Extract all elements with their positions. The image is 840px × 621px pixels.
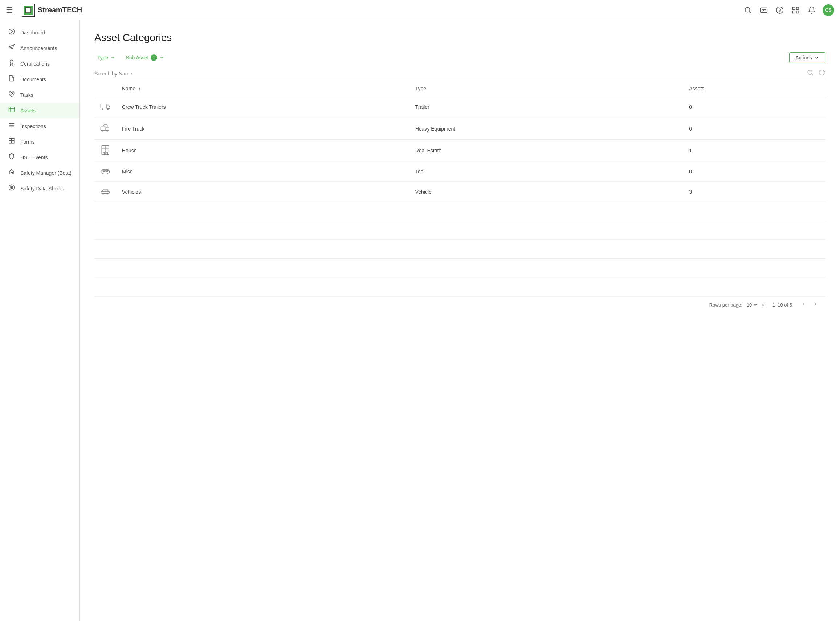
sidebar-item-safety-manager[interactable]: Safety Manager (Beta) — [0, 165, 79, 181]
sidebar-label-assets: Assets — [20, 108, 36, 114]
sub-asset-filter-button[interactable]: Sub Asset 1 — [123, 53, 167, 62]
row-name: Crew Truck Trailers — [116, 96, 410, 118]
svg-point-9 — [776, 6, 783, 13]
sidebar-label-safety-manager: Safety Manager (Beta) — [20, 170, 71, 176]
svg-point-53 — [107, 193, 108, 195]
svg-rect-26 — [12, 141, 14, 143]
actions-label: Actions — [795, 55, 812, 61]
empty-row — [94, 259, 825, 277]
help-icon[interactable] — [775, 5, 785, 15]
sidebar-label-forms: Forms — [20, 139, 35, 145]
next-page-button[interactable] — [811, 301, 820, 309]
svg-point-16 — [11, 31, 13, 33]
type-filter-button[interactable]: Type — [94, 53, 118, 62]
search-row — [94, 69, 825, 81]
inspections-icon — [7, 122, 16, 130]
svg-line-4 — [749, 12, 751, 14]
rows-per-page-label: Rows per page: — [709, 302, 742, 307]
hamburger-menu-icon[interactable]: ☰ — [6, 5, 13, 15]
svg-point-17 — [10, 60, 14, 64]
rows-per-page-select[interactable]: 10 25 50 — [745, 302, 758, 308]
row-assets: 0 — [683, 161, 825, 182]
svg-point-31 — [808, 70, 812, 74]
sidebar-item-announcements[interactable]: Announcements — [0, 40, 79, 56]
sidebar-item-tasks[interactable]: Tasks — [0, 87, 79, 103]
col-type: Type — [410, 81, 683, 96]
empty-row — [94, 277, 825, 296]
prev-page-button[interactable] — [799, 301, 808, 309]
top-navigation: ☰ StreamTECH CS — [0, 0, 840, 20]
svg-rect-24 — [12, 138, 14, 140]
dashboard-icon — [7, 28, 16, 36]
page-navigation — [799, 301, 820, 309]
row-assets: 0 — [683, 118, 825, 140]
svg-rect-25 — [9, 141, 11, 143]
row-icon-cell — [94, 96, 116, 118]
svg-point-3 — [745, 7, 750, 12]
sidebar-item-certifications[interactable]: Certifications — [0, 56, 79, 71]
sidebar-item-hse-events[interactable]: HSE Events — [0, 150, 79, 165]
sub-asset-filter-label: Sub Asset — [126, 55, 149, 61]
user-avatar[interactable]: CS — [823, 5, 834, 16]
svg-rect-23 — [9, 138, 11, 140]
sidebar-item-forms[interactable]: Forms — [0, 134, 79, 150]
hse-events-icon — [7, 153, 16, 161]
svg-point-6 — [762, 9, 764, 11]
empty-row — [94, 240, 825, 259]
bell-icon[interactable] — [807, 5, 817, 15]
svg-rect-11 — [793, 7, 795, 9]
row-type: Vehicle — [410, 182, 683, 202]
row-icon-cell — [94, 182, 116, 202]
table-row[interactable]: Misc. Tool 0 — [94, 161, 825, 182]
announcements-icon — [7, 44, 16, 52]
svg-point-18 — [11, 92, 13, 94]
svg-point-52 — [102, 193, 104, 195]
svg-point-34 — [102, 109, 103, 110]
sidebar-item-documents[interactable]: Documents — [0, 71, 79, 87]
grid-icon[interactable] — [791, 5, 801, 15]
row-assets: 3 — [683, 182, 825, 202]
table-row[interactable]: Crew Truck Trailers Trailer 0 — [94, 96, 825, 118]
col-name[interactable]: Name ↑ — [116, 81, 410, 96]
sidebar-label-tasks: Tasks — [20, 92, 33, 98]
assets-icon — [7, 106, 16, 115]
empty-row — [94, 221, 825, 240]
search-input[interactable] — [94, 71, 807, 77]
svg-point-39 — [107, 130, 108, 132]
tasks-icon — [7, 91, 16, 99]
sidebar: Dashboard Announcements Certifications D… — [0, 20, 80, 621]
type-filter-label: Type — [97, 55, 108, 61]
svg-rect-12 — [796, 7, 799, 9]
row-name: Vehicles — [116, 182, 410, 202]
svg-rect-37 — [106, 128, 109, 130]
svg-rect-27 — [11, 173, 13, 174]
page-title: Asset Categories — [94, 32, 825, 44]
svg-rect-33 — [100, 104, 107, 108]
svg-point-47 — [102, 173, 104, 174]
sidebar-item-dashboard[interactable]: Dashboard — [0, 25, 79, 40]
sidebar-label-announcements: Announcements — [20, 45, 57, 51]
actions-button[interactable]: Actions — [789, 52, 825, 63]
svg-rect-44 — [103, 152, 105, 154]
pagination: Rows per page: 10 25 50 1–10 of 5 — [94, 296, 825, 313]
safety-manager-icon — [7, 169, 16, 177]
svg-point-38 — [102, 130, 103, 132]
table-row[interactable]: Vehicles Vehicle 3 — [94, 182, 825, 202]
search-refresh-icon[interactable] — [818, 69, 825, 78]
sidebar-label-hse-events: HSE Events — [20, 154, 47, 161]
table-row[interactable]: Fire Truck Heavy Equipment 0 — [94, 118, 825, 140]
row-assets: 0 — [683, 96, 825, 118]
row-name: Fire Truck — [116, 118, 410, 140]
sidebar-item-safety-data-sheets[interactable]: Safety Data Sheets — [0, 181, 79, 196]
topnav-left: ☰ StreamTECH — [6, 4, 743, 17]
certifications-icon — [7, 59, 16, 68]
search-icon[interactable] — [743, 5, 753, 15]
rows-per-page: Rows per page: 10 25 50 — [709, 302, 765, 308]
table-row[interactable]: House Real Estate 1 — [94, 140, 825, 161]
id-card-icon[interactable] — [759, 5, 769, 15]
search-submit-icon[interactable] — [807, 69, 814, 78]
col-icon — [94, 81, 116, 96]
sidebar-label-safety-data-sheets: Safety Data Sheets — [20, 186, 64, 191]
sidebar-item-inspections[interactable]: Inspections — [0, 118, 79, 134]
sidebar-item-assets[interactable]: Assets — [0, 103, 79, 118]
